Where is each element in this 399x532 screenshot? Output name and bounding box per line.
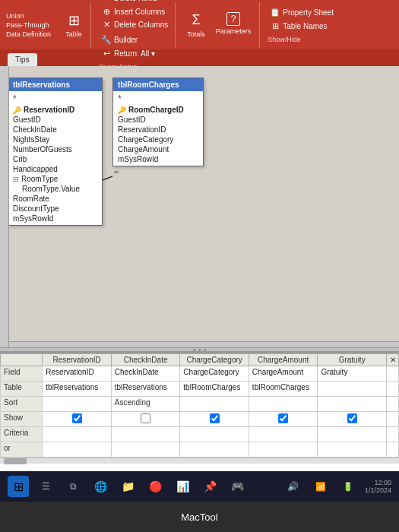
table-names-icon: ⊞ [270, 21, 280, 32]
qbe-label-criteria: Criteria [1, 427, 43, 442]
qbe-scroll-thumb[interactable] [4, 458, 27, 464]
tab-tips[interactable]: Tips [8, 53, 37, 66]
field-roomrate: RoomRate [8, 194, 102, 204]
qbe-cell-table-4[interactable] [318, 382, 387, 397]
bottom-bar-text: MacTool [181, 511, 217, 523]
qbe-cell-criteria-1[interactable] [111, 427, 180, 442]
qbe-extra-col: ✕ [386, 354, 398, 366]
qbe-cell-show-0[interactable] [43, 412, 112, 427]
qbe-cell-criteria-2[interactable] [180, 427, 249, 442]
label-datadefinition: Data Definition [6, 30, 51, 38]
show-checkbox-1[interactable] [141, 413, 150, 423]
table-tblroomcharges-header: tblRoomCharges [113, 78, 203, 91]
table-tblreservations-fields: * 🔑 ReservationID GuestID CheckInDate Ni… [8, 91, 102, 225]
qbe-cell-criteria-0[interactable] [43, 427, 112, 442]
taskbar-store-icon[interactable]: 🔴 [144, 476, 166, 497]
taskbar-start-icon[interactable]: ⊞ [8, 476, 29, 497]
delete-rows-button[interactable]: ✕ Delete Rows [99, 0, 160, 5]
qbe-cell-or-0[interactable] [43, 442, 112, 458]
qbe-cell-field-4[interactable]: Gratuity [318, 366, 387, 382]
qbe-cell-sort-2[interactable] [180, 397, 249, 412]
qbe-cell-criteria-3[interactable] [249, 427, 318, 442]
show-table-button[interactable]: ⊞ Table [62, 11, 86, 40]
insert-columns-button[interactable]: ⊕ Insert Columns [99, 6, 170, 18]
qbe-cell-sort-4[interactable] [318, 397, 387, 412]
field-reservationid: 🔑 ReservationID [8, 105, 102, 115]
taskbar-game-icon[interactable]: 🎮 [226, 476, 248, 497]
taskbar-explorer-icon[interactable]: 📁 [117, 476, 138, 497]
field-roomtype-value: RoomType.Value [8, 184, 102, 194]
table-tblreservations-header: tblReservations [8, 78, 102, 91]
qbe-cell-field-extra [386, 366, 398, 382]
show-hide-label: Show/Hide [268, 36, 301, 43]
taskbar-access-icon[interactable]: 📌 [199, 476, 220, 497]
qbe-cell-table-1[interactable]: tblReservations [111, 382, 180, 397]
svg-text:∞: ∞ [114, 169, 119, 176]
delete-rows-icon: ✕ [101, 0, 112, 4]
parameters-button[interactable]: ? Parameters [212, 11, 255, 36]
qbe-header-row: ReservationID CheckInDate ChargeCategory… [1, 354, 399, 366]
qbe-cell-or-3[interactable] [249, 442, 318, 458]
return-button[interactable]: ↩ Return: All ▾ [99, 48, 157, 60]
tabs-bar: Tips [0, 49, 399, 66]
show-checkbox-4[interactable] [347, 413, 357, 423]
qbe-cell-or-4[interactable] [318, 442, 387, 458]
taskbar-battery-icon[interactable]: 🔋 [337, 476, 359, 497]
delete-cols-icon: ✕ [101, 20, 112, 30]
ribbon-group-showhide: 📋 Property Sheet ⊞ Table Names Show/Hide [263, 2, 340, 48]
qbe-horizontal-scrollbar[interactable] [0, 458, 399, 464]
left-ruler [0, 66, 9, 347]
horizontal-scrollbar[interactable] [9, 341, 399, 347]
qbe-cell-sort-3[interactable] [249, 397, 318, 412]
qbe-cell-table-3[interactable]: tblRoomCharges [249, 382, 318, 397]
table-names-button[interactable]: ⊞ Table Names [268, 21, 329, 33]
qbe-cell-show-1[interactable] [111, 412, 180, 427]
taskbar-edge-icon[interactable]: 🌐 [90, 476, 111, 497]
taskbar-sound-icon[interactable]: 🔊 [283, 476, 304, 497]
key-icon-roomchargeid: 🔑 [118, 106, 126, 114]
ribbon: Union Pass-Through Data Definition ⊞ Tab… [0, 0, 399, 49]
qbe-cell-show-4[interactable] [318, 412, 387, 427]
qbe-cell-field-3[interactable]: ChargeAmount [249, 366, 318, 382]
taskbar-excel-icon[interactable]: 📊 [172, 476, 193, 497]
taskbar-cortana-icon[interactable]: ☰ [35, 476, 56, 497]
qbe-cell-field-2[interactable]: ChargeCategory [180, 366, 249, 382]
insert-cols-icon: ⊕ [101, 7, 112, 17]
label-union: Union [6, 12, 51, 20]
qbe-cell-show-3[interactable] [249, 412, 318, 427]
qbe-cell-sort-1[interactable]: Ascending [111, 397, 180, 412]
parameters-icon: ? [226, 12, 240, 26]
key-icon-reservationid: 🔑 [13, 106, 21, 114]
qbe-col-header-0: ReservationID [43, 354, 112, 366]
field-handicapped: Handicapped [8, 164, 102, 174]
qbe-cell-or-1[interactable] [111, 442, 180, 458]
qbe-header-rowlabel [1, 354, 43, 366]
qbe-cell-table-2[interactable]: tblRoomCharges [180, 382, 249, 397]
qbe-row-or: or [1, 442, 399, 458]
table-tblroomcharges-fields: * 🔑 RoomChargeID GuestID ReservationID C… [113, 91, 203, 166]
field-asterisk-charges: * [113, 93, 203, 105]
qbe-cell-field-1[interactable]: CheckInDate [111, 366, 180, 382]
delete-columns-button[interactable]: ✕ Delete Columns [99, 19, 170, 31]
show-checkbox-2[interactable] [210, 413, 220, 423]
qbe-cell-or-2[interactable] [180, 442, 249, 458]
property-sheet-button[interactable]: 📋 Property Sheet [268, 7, 336, 19]
field-discounttype: DiscountType [8, 204, 102, 214]
taskbar-task-view-icon[interactable]: ⧉ [62, 476, 84, 497]
field-guestid-res: GuestID [8, 115, 102, 125]
qbe-cell-sort-0[interactable] [43, 397, 112, 412]
qbe-cell-criteria-extra [386, 427, 398, 442]
qbe-cell-table-0[interactable]: tblReservations [43, 382, 112, 397]
field-reservationid-chg: ReservationID [113, 125, 203, 135]
ribbon-left-labels: Union Pass-Through Data Definition [6, 12, 51, 38]
builder-button[interactable]: 🔧 Builder [99, 34, 140, 46]
taskbar-network-icon[interactable]: 📶 [310, 476, 331, 497]
qbe-cell-field-0[interactable]: ReservationID [43, 366, 112, 382]
totals-button[interactable]: Σ Totals [183, 11, 209, 40]
show-checkbox-3[interactable] [278, 413, 288, 423]
qbe-cell-criteria-4[interactable] [318, 427, 387, 442]
qbe-cell-show-2[interactable] [180, 412, 249, 427]
qbe-col-header-3: ChargeAmount [249, 354, 318, 366]
table-tblroomcharges: tblRoomCharges * 🔑 RoomChargeID GuestID … [112, 78, 204, 166]
show-checkbox-0[interactable] [72, 413, 82, 423]
